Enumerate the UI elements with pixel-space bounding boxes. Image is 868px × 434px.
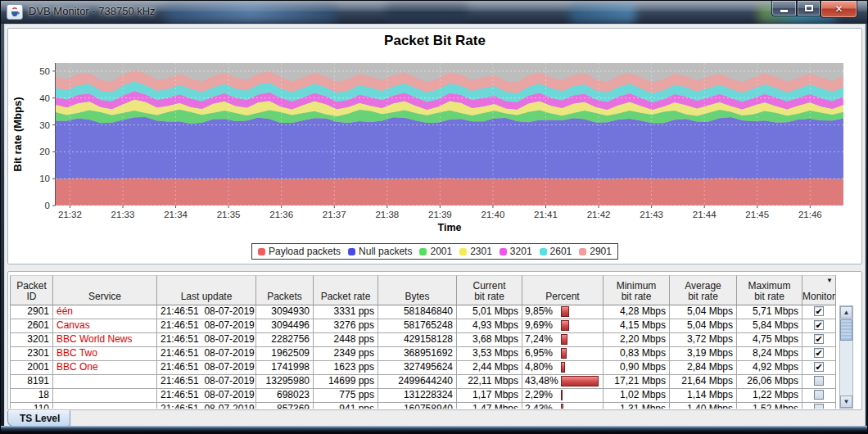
table-row-pid-2001[interactable]: 2001BBC One21:46:51 08-07-20191741998162… (10, 361, 837, 375)
cell-current: 3,53 Mbps (457, 347, 522, 361)
x-tick-label: 21:39 (428, 210, 452, 219)
monitor-checkbox[interactable]: ✔ (814, 348, 824, 358)
cell-max: 1,52 Mbps (737, 403, 802, 409)
legend-item-null-packets: Null packets (348, 246, 412, 257)
monitor-checkbox[interactable]: ✔ (814, 320, 824, 330)
cell-avg: 3,19 Mbps (670, 347, 737, 361)
x-tick-label: 21:32 (58, 210, 82, 219)
column-header-packets[interactable]: Packets (256, 275, 314, 305)
column-header-current[interactable]: Current bit rate (457, 275, 522, 305)
cell-percent: 2,29% (522, 389, 604, 403)
cell-percent: 4,80% (522, 361, 604, 375)
legend-item-3201: 3201 (500, 246, 532, 257)
java-icon (7, 4, 23, 20)
column-header-bytes[interactable]: Bytes (378, 275, 457, 305)
cell-monitor (802, 375, 836, 389)
cell-id: 110 (10, 403, 53, 409)
cell-service (53, 389, 157, 403)
table-row-pid-2601[interactable]: 2601Canvas21:46:51 08-07-201930944963276… (10, 319, 837, 333)
column-header-id[interactable]: Packet ID (10, 275, 53, 305)
table-row-pid-2901[interactable]: 2901één21:46:51 08-07-201930949303331 pp… (10, 305, 837, 319)
cell-bytes: 429158128 (378, 333, 457, 347)
cell-packet_rate: 14699 pps (314, 375, 378, 389)
cell-bytes: 131228324 (378, 389, 457, 403)
arrow-down-icon: ▼ (843, 399, 850, 405)
column-header-max[interactable]: Maximum bit rate (737, 275, 802, 305)
cell-service: BBC Two (53, 347, 157, 361)
scroll-up-button[interactable]: ▲ (840, 306, 852, 319)
cell-bytes: 160758940 (378, 403, 457, 409)
monitor-checkbox[interactable] (814, 390, 824, 400)
legend-swatch (500, 248, 507, 255)
cell-bytes: 368951692 (378, 347, 457, 361)
cell-monitor: ✔ (802, 319, 836, 333)
table-row-pid-18[interactable]: 1821:46:51 08-07-2019698023775 pps131228… (10, 389, 837, 403)
cell-monitor: ✔ (802, 361, 836, 375)
cell-min: 2,20 Mbps (604, 333, 670, 347)
monitor-checkbox[interactable] (814, 376, 824, 386)
percent-value: 6,95% (522, 347, 553, 359)
y-tick-label: 10 (39, 174, 50, 183)
maximize-button[interactable] (797, 1, 821, 16)
cell-max: 1,22 Mbps (737, 389, 802, 403)
table-scrollbar[interactable]: ▲ ▼ (839, 305, 853, 409)
table-row-pid-110[interactable]: 11021:46:51 08-07-2019857369941 pps16075… (10, 403, 837, 409)
scrollbar-thumb[interactable] (840, 319, 852, 341)
window-titlebar[interactable]: DVB Monitor - 738750 kHz ✕ (1, 1, 867, 24)
column-header-monitor[interactable]: Monitor▼ (802, 275, 836, 305)
cell-monitor (802, 389, 836, 403)
cell-service (53, 403, 157, 409)
cell-id: 18 (10, 389, 53, 403)
legend-swatch (459, 248, 467, 255)
column-header-min[interactable]: Minimum bit rate (604, 275, 670, 305)
cell-monitor (802, 403, 836, 409)
y-tick-label: 20 (39, 147, 50, 156)
cell-last_update: 21:46:51 08-07-2019 (157, 319, 256, 333)
cell-current: 3,68 Mbps (457, 333, 522, 347)
legend-label: 2901 (590, 246, 612, 257)
monitor-checkbox[interactable]: ✔ (814, 334, 824, 344)
arrow-up-icon: ▲ (843, 310, 850, 316)
column-header-avg[interactable]: Average bit rate (670, 275, 737, 305)
y-tick-label: 50 (39, 66, 50, 76)
cell-current: 5,01 Mbps (457, 305, 522, 319)
table-row-pid-2301[interactable]: 2301BBC Two21:46:51 08-07-20191962509234… (10, 347, 837, 361)
table-body: 2901één21:46:51 08-07-201930949303331 pp… (10, 305, 837, 409)
table-row-pid-3201[interactable]: 3201BBC World News21:46:51 08-07-2019228… (10, 333, 837, 347)
cell-packets: 1962509 (256, 347, 314, 361)
x-tick-label: 21:44 (693, 210, 717, 219)
legend-item-2001: 2001 (419, 246, 452, 257)
tab-ts-level[interactable]: TS Level (7, 410, 70, 427)
monitor-checkbox[interactable] (814, 404, 824, 409)
percent-bar (561, 334, 567, 345)
cell-avg: 1,40 Mbps (670, 403, 737, 409)
legend-item-payload-packets: Payload packets (258, 246, 341, 257)
close-button[interactable]: ✕ (821, 1, 857, 18)
x-tick-label: 21:33 (111, 210, 135, 219)
cell-percent: 6,95% (522, 347, 604, 361)
column-header-last_update[interactable]: Last update (157, 275, 256, 305)
scroll-down-button[interactable]: ▼ (840, 396, 852, 408)
x-tick-label: 21:40 (481, 210, 505, 219)
percent-bar (561, 320, 569, 331)
minimize-icon (780, 10, 788, 12)
cell-packets: 2282756 (256, 333, 314, 347)
table-row-pid-8191[interactable]: 819121:46:51 08-07-20191329598014699 pps… (10, 375, 837, 389)
x-axis-label: Time (438, 222, 462, 233)
cell-packets: 1741998 (256, 361, 314, 375)
column-header-service[interactable]: Service (53, 275, 157, 305)
monitor-checkbox[interactable]: ✔ (814, 362, 824, 372)
cell-avg: 5,04 Mbps (670, 319, 737, 333)
cell-percent: 9,85% (522, 305, 604, 319)
monitor-checkbox[interactable]: ✔ (814, 306, 824, 316)
close-icon: ✕ (834, 3, 843, 15)
column-header-percent[interactable]: Percent (522, 275, 604, 305)
column-header-packet_rate[interactable]: Packet rate (314, 275, 378, 305)
minimize-button[interactable] (771, 1, 797, 16)
cell-service: Canvas (53, 319, 157, 333)
cell-packets: 3094496 (256, 319, 314, 333)
bitrate-chart-plot[interactable]: 0102030405021:3221:3321:3421:3521:3621:3… (8, 29, 861, 242)
cell-min: 1,02 Mbps (604, 389, 670, 403)
cell-avg: 3,72 Mbps (670, 333, 737, 347)
percent-bar (561, 404, 563, 409)
